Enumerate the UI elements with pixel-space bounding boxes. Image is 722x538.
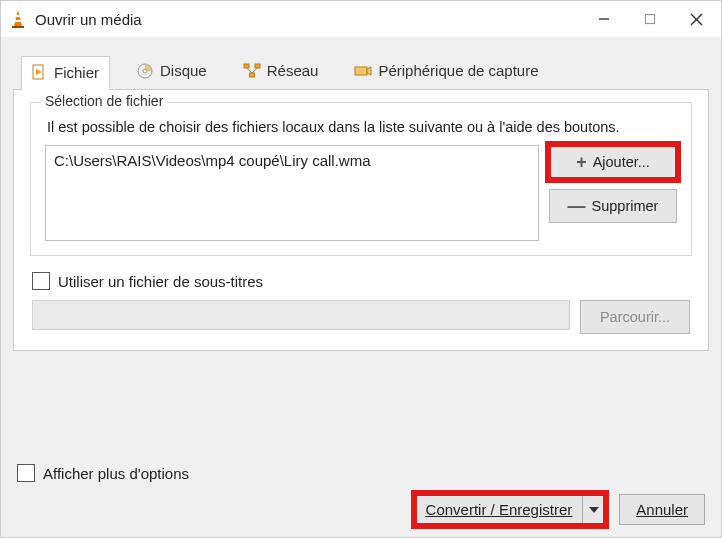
disc-icon — [136, 62, 154, 80]
svg-rect-17 — [355, 67, 367, 75]
tab-label: Périphérique de capture — [378, 62, 538, 79]
remove-button[interactable]: — Supprimer — [549, 189, 677, 223]
subtitle-checkbox-label: Utiliser un fichier de sous-titres — [58, 273, 263, 290]
svg-line-15 — [246, 68, 252, 73]
button-label: Annuler — [636, 501, 688, 518]
add-button[interactable]: + Ajouter... — [549, 145, 677, 179]
tab-label: Disque — [160, 62, 207, 79]
chevron-down-icon — [589, 507, 599, 513]
tab-network[interactable]: Réseau — [235, 55, 329, 89]
svg-line-16 — [252, 68, 258, 73]
svg-marker-19 — [589, 507, 599, 513]
browse-subtitle-button: Parcourir... — [580, 300, 690, 334]
convert-save-button[interactable]: Convertir / Enregistrer — [415, 494, 584, 525]
dropdown-arrow-button[interactable] — [583, 494, 605, 525]
button-label: Supprimer — [592, 198, 659, 214]
content-area: Fichier Disque Réseau Périphérique de ca… — [1, 37, 721, 537]
svg-marker-0 — [14, 10, 22, 26]
tab-panel-file: Sélection de fichier Il est possible de … — [13, 89, 709, 351]
close-button[interactable] — [673, 3, 719, 35]
svg-rect-2 — [16, 15, 21, 17]
svg-rect-12 — [244, 64, 249, 68]
network-icon — [243, 62, 261, 80]
button-label: Convertir / Enregistrer — [426, 501, 573, 518]
tab-label: Fichier — [54, 64, 99, 81]
file-selection-hint: Il est possible de choisir des fichiers … — [47, 119, 677, 135]
tab-file[interactable]: Fichier — [21, 56, 110, 90]
svg-rect-3 — [15, 20, 22, 22]
titlebar: Ouvrir un média — [1, 1, 721, 37]
checkbox-icon[interactable] — [17, 464, 35, 482]
maximize-button[interactable] — [627, 3, 673, 35]
fieldset-legend: Sélection de fichier — [41, 93, 167, 109]
svg-rect-13 — [255, 64, 260, 68]
subtitle-path-input — [32, 300, 570, 330]
checkbox-icon[interactable] — [32, 272, 50, 290]
svg-marker-18 — [367, 67, 371, 75]
window-title: Ouvrir un média — [35, 11, 581, 28]
file-list[interactable]: C:\Users\RAIS\Videos\mp4 coupé\Liry call… — [45, 145, 539, 241]
tab-bar: Fichier Disque Réseau Périphérique de ca… — [13, 47, 709, 89]
svg-rect-5 — [646, 15, 655, 24]
file-list-item[interactable]: C:\Users\RAIS\Videos\mp4 coupé\Liry call… — [54, 152, 530, 169]
tab-disc[interactable]: Disque — [128, 55, 217, 89]
tab-label: Réseau — [267, 62, 319, 79]
capture-device-icon — [354, 62, 372, 80]
button-label: Parcourir... — [600, 309, 670, 325]
vlc-cone-icon — [9, 9, 27, 29]
more-options-row[interactable]: Afficher plus d'options — [13, 464, 709, 482]
subtitle-checkbox-row[interactable]: Utiliser un fichier de sous-titres — [32, 272, 692, 290]
convert-save-split-button[interactable]: Convertir / Enregistrer — [415, 494, 606, 525]
more-options-label: Afficher plus d'options — [43, 465, 189, 482]
tab-capture[interactable]: Périphérique de capture — [346, 55, 548, 89]
minus-icon: — — [568, 197, 586, 215]
dialog-window: Ouvrir un média Fichier Disque — [0, 0, 722, 538]
minimize-button[interactable] — [581, 3, 627, 35]
button-label: Ajouter... — [593, 154, 650, 170]
file-icon — [30, 63, 48, 81]
file-selection-fieldset: Sélection de fichier Il est possible de … — [30, 102, 692, 256]
svg-rect-1 — [12, 26, 24, 28]
footer: Afficher plus d'options Convertir / Enre… — [13, 456, 709, 525]
plus-icon: + — [576, 153, 587, 171]
svg-rect-14 — [249, 73, 254, 77]
cancel-button[interactable]: Annuler — [619, 494, 705, 525]
